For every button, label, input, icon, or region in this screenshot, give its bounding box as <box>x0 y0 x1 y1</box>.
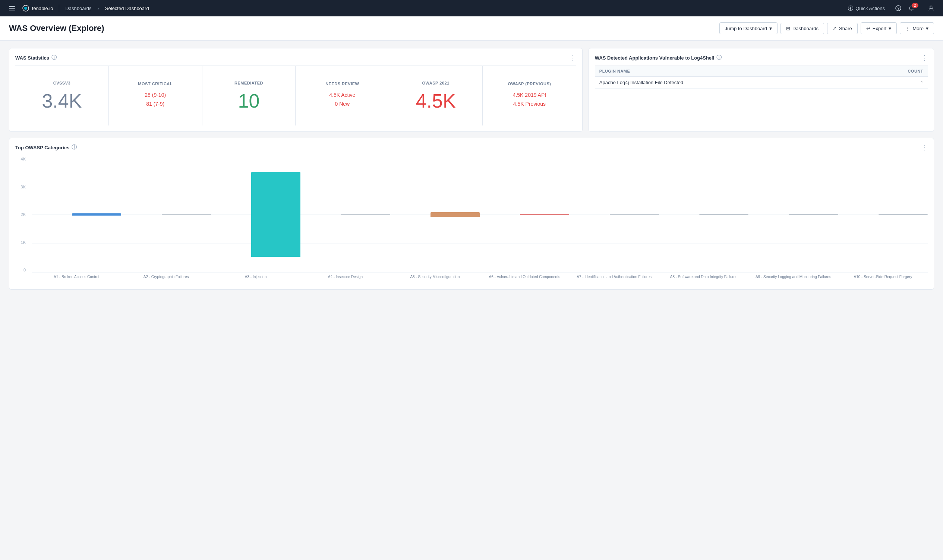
chart-bar[interactable] <box>878 214 928 215</box>
remediated-header: REMEDIATED <box>235 81 263 85</box>
chart-bar[interactable] <box>699 214 749 215</box>
was-stats-title-text: WAS Statistics <box>15 55 49 61</box>
chart-bar[interactable] <box>72 213 121 215</box>
chart-bar[interactable] <box>341 214 390 215</box>
owasp2021-header: OWASP 2021 <box>422 81 449 85</box>
nav-section[interactable]: Dashboards <box>65 6 91 11</box>
chart-bar[interactable] <box>520 214 569 215</box>
y-axis-label: 2K <box>15 212 26 217</box>
owasp-chart-info-icon[interactable]: ⓘ <box>71 144 77 151</box>
bar-group[interactable] <box>480 157 569 272</box>
chart-bar[interactable] <box>789 214 838 215</box>
export-chevron-icon: ▾ <box>889 25 891 31</box>
svg-point-4 <box>24 7 27 10</box>
svg-rect-0 <box>9 6 15 7</box>
was-statistics-card: WAS Statistics ⓘ ⋮ CVSSv3 3.4K MOST CRIT… <box>9 48 583 132</box>
bar-group[interactable] <box>121 157 211 272</box>
owasp-prev-api: 4.5K 2019 API <box>513 92 546 98</box>
svg-point-8 <box>930 6 932 8</box>
quick-actions-label: Quick Actions <box>855 6 885 11</box>
chart-bar[interactable] <box>610 214 659 215</box>
log4shell-row[interactable]: Apache Log4j Installation File Detected … <box>595 77 928 89</box>
bar-group[interactable] <box>659 157 749 272</box>
svg-rect-1 <box>9 8 15 9</box>
hamburger-menu[interactable] <box>6 2 18 14</box>
share-label: Share <box>839 26 852 31</box>
user-icon <box>928 5 934 11</box>
chart-bar[interactable] <box>431 212 480 217</box>
owasp-chart-more-btn[interactable]: ⋮ <box>921 144 928 151</box>
bar-group[interactable] <box>211 157 300 272</box>
svg-text:?: ? <box>898 6 900 11</box>
owasp-chart-header: Top OWASP Categories ⓘ ⋮ <box>15 144 928 151</box>
owasp-chart-card: Top OWASP Categories ⓘ ⋮ 4K3K2K1K0 A1 - … <box>9 138 934 290</box>
export-btn[interactable]: ↩ Export ▾ <box>861 22 897 34</box>
y-axis-label: 1K <box>15 240 26 245</box>
owasp-chart-area: 4K3K2K1K0 A1 - Broken Access ControlA2 -… <box>15 157 928 283</box>
stat-col-remediated: REMEDIATED 10 <box>202 66 296 126</box>
needs-review-active: 4.5K Active <box>329 92 355 98</box>
was-stats-info-icon[interactable]: ⓘ <box>51 54 57 61</box>
y-axis-label: 0 <box>15 268 26 272</box>
chart-labels: A1 - Broken Access ControlA2 - Cryptogra… <box>32 272 928 283</box>
help-icon: ? <box>895 5 901 11</box>
more-chevron-icon: ▾ <box>926 25 929 31</box>
cvssv3-value: 3.4K <box>42 91 82 111</box>
owasp-prev-previous: 4.5K Previous <box>513 101 546 107</box>
bar-group[interactable] <box>838 157 928 272</box>
nav-arrow: › <box>98 6 99 11</box>
was-stats-header: WAS Statistics ⓘ ⋮ <box>15 54 576 61</box>
share-btn[interactable]: ↗ Share <box>827 23 858 34</box>
jump-to-dashboard-label: Jump to Dashboard <box>725 26 767 31</box>
log4shell-table-body: Apache Log4j Installation File Detected … <box>595 77 928 89</box>
owasp-prev-header: OWASP (previous) <box>508 82 551 86</box>
stat-col-most-critical: MOST CRITICAL 28 (9-10) 81 (7-9) <box>109 66 202 126</box>
main-content: WAS Statistics ⓘ ⋮ CVSSv3 3.4K MOST CRIT… <box>0 41 943 297</box>
was-stats-more-btn[interactable]: ⋮ <box>570 54 576 61</box>
logo-text: tenable.io <box>32 6 53 11</box>
log4shell-title-text: WAS Detected Applications Vulnerable to … <box>595 55 714 61</box>
chart-bar[interactable] <box>251 172 300 257</box>
remediated-value: 10 <box>238 91 260 111</box>
count-cell: 1 <box>921 80 923 85</box>
y-axis-label: 4K <box>15 157 26 161</box>
owasp-chart-title-text: Top OWASP Categories <box>15 145 69 151</box>
log4shell-card: WAS Detected Applications Vulnerable to … <box>588 48 934 132</box>
bar-group[interactable] <box>749 157 838 272</box>
chart-bar[interactable] <box>162 214 211 215</box>
chart-label: A4 - Insecure Design <box>300 272 390 283</box>
bar-group[interactable] <box>32 157 121 272</box>
share-icon: ↗ <box>833 26 837 31</box>
user-btn[interactable] <box>925 2 937 14</box>
dashboards-icon: ⊞ <box>786 26 790 31</box>
stat-col-cvssv3: CVSSv3 3.4K <box>15 66 109 126</box>
top-navigation: tenable.io Dashboards › Selected Dashboa… <box>0 0 943 16</box>
notifications-btn[interactable]: 2 <box>909 2 921 14</box>
y-axis-label: 3K <box>15 185 26 189</box>
more-btn[interactable]: ⋮ More ▾ <box>900 22 934 34</box>
page-title: WAS Overview (Explore) <box>9 23 104 33</box>
chart-label: A7 - Identification and Authentication F… <box>569 272 659 283</box>
logo[interactable]: tenable.io <box>22 5 53 12</box>
top-row: WAS Statistics ⓘ ⋮ CVSSv3 3.4K MOST CRIT… <box>9 48 934 132</box>
was-stats-title: WAS Statistics ⓘ <box>15 54 57 61</box>
stats-grid: CVSSv3 3.4K MOST CRITICAL 28 (9-10) 81 (… <box>15 66 576 126</box>
chevron-down-icon: ▾ <box>769 25 772 31</box>
dashboards-btn[interactable]: ⊞ Dashboards <box>781 23 824 34</box>
help-btn[interactable]: ? <box>892 2 904 14</box>
stat-col-needs-review: NEEDS REVIEW 4.5K Active 0 New <box>296 66 389 126</box>
log4shell-info-icon[interactable]: ⓘ <box>716 54 722 61</box>
bar-group[interactable] <box>569 157 659 272</box>
needs-review-header: NEEDS REVIEW <box>326 82 359 86</box>
bar-group[interactable] <box>390 157 480 272</box>
chart-label: A1 - Broken Access Control <box>32 272 121 283</box>
quick-actions-btn[interactable]: Quick Actions <box>845 4 888 13</box>
log4shell-header: WAS Detected Applications Vulnerable to … <box>595 54 928 61</box>
nav-current: Selected Dashboard <box>105 6 149 11</box>
log4shell-more-btn[interactable]: ⋮ <box>921 54 928 61</box>
stat-col-owasp-prev: OWASP (previous) 4.5K 2019 API 4.5K Prev… <box>483 66 576 126</box>
plugin-name-cell: Apache Log4j Installation File Detected <box>599 80 921 85</box>
bar-group[interactable] <box>300 157 390 272</box>
most-critical-header: MOST CRITICAL <box>138 82 173 86</box>
jump-to-dashboard-btn[interactable]: Jump to Dashboard ▾ <box>719 22 778 34</box>
